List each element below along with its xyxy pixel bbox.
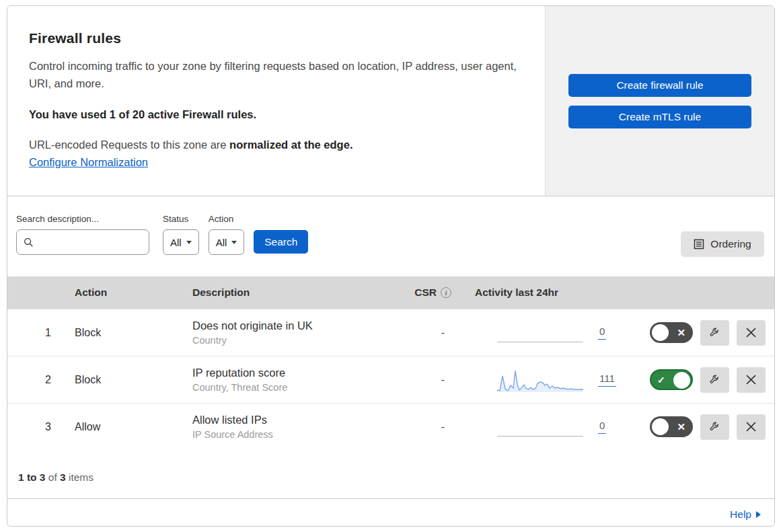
- activity-count-link[interactable]: 111: [598, 373, 616, 387]
- rule-action: Block: [68, 327, 186, 339]
- search-icon: [24, 237, 34, 248]
- rule-csr-value: -: [441, 327, 451, 339]
- rule-description: IP reputation score: [192, 367, 398, 379]
- create-firewall-rule-button[interactable]: Create firewall rule: [568, 74, 751, 97]
- status-value: All: [170, 237, 182, 248]
- search-label: Search description...: [16, 214, 149, 224]
- rule-description: Does not originate in UK: [192, 319, 398, 332]
- rule-priority: 2: [45, 374, 68, 386]
- x-icon: ✕: [677, 327, 685, 339]
- rule-priority: 1: [45, 327, 68, 339]
- close-icon: [746, 328, 756, 338]
- search-box[interactable]: [16, 229, 149, 255]
- configure-normalization-link[interactable]: Configure Normalization: [29, 156, 148, 169]
- activity-count-link[interactable]: 0: [598, 420, 606, 434]
- action-label: Action: [209, 214, 245, 224]
- pagination-summary: 1 to 3 of 3 items: [7, 450, 774, 498]
- activity-column-header: Activity last 24hr: [451, 287, 630, 299]
- wrench-icon: [709, 327, 720, 338]
- info-icon[interactable]: i: [441, 287, 451, 298]
- action-select[interactable]: All: [209, 229, 245, 255]
- status-label: Status: [163, 214, 199, 224]
- rule-csr-value: -: [441, 421, 451, 433]
- search-input[interactable]: [39, 237, 173, 248]
- actions-panel: Create firewall rule Create mTLS rule: [545, 5, 774, 196]
- csr-label: CSR: [414, 287, 437, 299]
- table-row: 1 Block Does not originate in UK Country…: [7, 309, 774, 356]
- items-text: items: [69, 471, 94, 483]
- check-icon: ✓: [657, 375, 665, 385]
- table-header: Action Description CSR i Activity last 2…: [7, 276, 774, 309]
- edit-rule-button[interactable]: [700, 414, 729, 440]
- delete-rule-button[interactable]: [737, 367, 766, 393]
- action-column-header: Action: [68, 287, 186, 299]
- description-column-header: Description: [186, 287, 398, 299]
- chevron-down-icon: [231, 241, 237, 244]
- help-link[interactable]: Help: [730, 508, 751, 521]
- x-icon: ✕: [677, 421, 685, 433]
- activity-sparkline: [497, 321, 583, 345]
- page-description: Control incoming traffic to your zone by…: [29, 57, 523, 92]
- create-mtls-rule-button[interactable]: Create mTLS rule: [568, 106, 751, 128]
- normalization-bold: normalized at the edge.: [229, 139, 352, 151]
- page-title: Firewall rules: [29, 30, 523, 46]
- help-bar: Help: [7, 498, 774, 527]
- wrench-icon: [709, 374, 720, 385]
- rule-action: Allow: [68, 421, 186, 433]
- header-section: Firewall rules Control incoming traffic …: [7, 6, 774, 196]
- activity-sparkline: [497, 415, 583, 439]
- rule-fields: Country, Threat Score: [192, 382, 398, 393]
- rule-fields: IP Source Address: [192, 429, 398, 440]
- edit-rule-button[interactable]: [700, 367, 729, 393]
- rule-enabled-toggle[interactable]: ✓ ✕: [650, 416, 693, 437]
- normalization-note: URL-encoded Requests to this zone are no…: [29, 139, 523, 151]
- rule-enabled-toggle[interactable]: ✓ ✕: [650, 322, 693, 343]
- close-icon: [746, 422, 756, 432]
- wrench-icon: [709, 421, 720, 432]
- header-text-block: Firewall rules Control incoming traffic …: [7, 6, 545, 196]
- ordering-label: Ordering: [710, 238, 751, 250]
- ordering-list-icon: [694, 239, 704, 250]
- close-icon: [746, 375, 756, 385]
- status-select[interactable]: All: [163, 229, 199, 255]
- ordering-button[interactable]: Ordering: [681, 231, 764, 257]
- activity-sparkline: [497, 368, 583, 392]
- edit-rule-button[interactable]: [700, 320, 729, 346]
- table-row: 2 Block IP reputation score Country, Thr…: [7, 356, 774, 403]
- toggle-knob: [652, 418, 669, 435]
- of-text: of: [48, 471, 57, 483]
- delete-rule-button[interactable]: [737, 414, 766, 440]
- table-row: 3 Allow Allow listed IPs IP Source Addre…: [7, 403, 774, 450]
- total-text: 3: [60, 471, 66, 483]
- activity-count-link[interactable]: 0: [598, 326, 606, 340]
- csr-column-header: CSR i: [414, 287, 451, 299]
- usage-summary: You have used 1 of 20 active Firewall ru…: [29, 108, 523, 121]
- rule-description: Allow listed IPs: [192, 414, 398, 426]
- delete-rule-button[interactable]: [737, 320, 766, 346]
- rule-action: Block: [68, 374, 186, 386]
- action-value: All: [216, 237, 227, 248]
- toggle-knob: [673, 372, 690, 389]
- search-button[interactable]: Search: [254, 230, 308, 254]
- rule-csr-value: -: [441, 374, 451, 386]
- rule-enabled-toggle[interactable]: ✓ ✕: [650, 369, 693, 390]
- normalization-prefix: URL-encoded Requests to this zone are: [29, 139, 229, 151]
- toggle-knob: [652, 324, 669, 341]
- firewall-rules-card: Firewall rules Control incoming traffic …: [7, 5, 775, 527]
- rule-priority: 3: [45, 421, 68, 433]
- range-text: 1 to 3: [18, 471, 45, 483]
- caret-right-icon: [756, 511, 761, 518]
- rule-fields: Country: [192, 335, 398, 346]
- chevron-down-icon: [186, 241, 192, 244]
- filter-bar: Search description... Status All Action: [7, 196, 774, 276]
